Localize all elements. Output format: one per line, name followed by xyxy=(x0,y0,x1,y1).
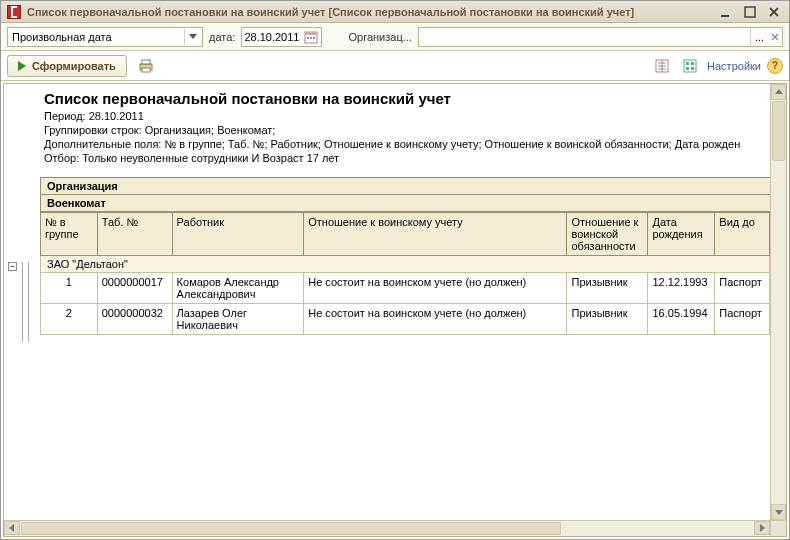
cell-rel1: Не состоит на воинском учете (но должен) xyxy=(304,273,567,304)
report-meta-fields: Дополнительные поля: № в группе; Таб. №;… xyxy=(44,137,766,151)
report-content: − Список первоначальной постановки на во… xyxy=(4,84,770,520)
cell-dob: 16.05.1994 xyxy=(648,304,715,335)
col-doc: Вид до xyxy=(715,213,770,256)
cell-doc: Паспорт xyxy=(715,273,770,304)
form-button[interactable]: Сформировать xyxy=(7,55,127,77)
cell-dob: 12.12.1993 xyxy=(648,273,715,304)
col-rel1: Отношение к воинскому учету xyxy=(304,213,567,256)
scroll-right-icon[interactable] xyxy=(754,521,770,535)
close-button[interactable] xyxy=(765,4,783,20)
tree-line xyxy=(22,262,23,342)
cell-rel2: Призывник xyxy=(567,304,648,335)
table-header-row: № в группе Таб. № Работник Отношение к в… xyxy=(41,213,770,256)
cell-doc: Паспорт xyxy=(715,304,770,335)
print-button[interactable] xyxy=(135,55,157,77)
date-label: дата: xyxy=(209,31,235,43)
date-input[interactable]: 28.10.2011 xyxy=(241,27,322,47)
col-n: № в группе xyxy=(41,213,98,256)
scroll-up-icon[interactable] xyxy=(771,84,786,100)
group-row[interactable]: ЗАО "Дельтаон" xyxy=(41,256,770,273)
band-organization: Организация xyxy=(40,177,770,195)
scroll-down-icon[interactable] xyxy=(771,504,786,520)
window: Список первоначальной постановки на воин… xyxy=(0,0,790,540)
period-dropdown-value: Произвольная дата xyxy=(12,31,112,43)
report-meta-period: Период: 28.10.2011 xyxy=(44,109,766,123)
form-button-label: Сформировать xyxy=(32,60,116,72)
report-meta-filter: Отбор: Только неуволенные сотрудники И В… xyxy=(44,151,766,165)
report-meta: Период: 28.10.2011 Группировки строк: Ор… xyxy=(40,109,770,171)
report-area: − Список первоначальной постановки на во… xyxy=(3,83,787,537)
svg-rect-6 xyxy=(313,37,315,39)
svg-rect-4 xyxy=(307,37,309,39)
period-dropdown[interactable]: Произвольная дата xyxy=(7,27,203,47)
org-input-container: ... xyxy=(418,27,783,47)
cell-rel2: Призывник xyxy=(567,273,648,304)
cell-n: 1 xyxy=(41,273,98,304)
help-button[interactable]: ? xyxy=(767,58,783,74)
window-title: Список первоначальной постановки на воин… xyxy=(27,6,711,18)
org-select-button[interactable]: ... xyxy=(750,28,768,46)
settings-link[interactable]: Настройки xyxy=(707,60,761,72)
scroll-h-thumb[interactable] xyxy=(21,522,561,535)
horizontal-scrollbar[interactable] xyxy=(4,520,770,536)
col-tab: Таб. № xyxy=(97,213,172,256)
play-icon xyxy=(18,61,26,71)
svg-rect-12 xyxy=(686,62,689,65)
svg-rect-15 xyxy=(691,67,694,70)
tree-line-2 xyxy=(28,262,29,342)
svg-rect-9 xyxy=(142,68,150,72)
svg-rect-1 xyxy=(745,7,755,17)
app-icon xyxy=(7,5,21,19)
svg-rect-11 xyxy=(684,60,696,72)
group-row-label: ЗАО "Дельтаон" xyxy=(41,256,770,273)
svg-rect-0 xyxy=(721,15,729,17)
svg-rect-13 xyxy=(691,62,694,65)
report-meta-groups: Группировки строк: Организация; Военкома… xyxy=(44,123,766,137)
col-worker: Работник xyxy=(172,213,304,256)
minimize-button[interactable] xyxy=(717,4,735,20)
org-input[interactable] xyxy=(419,28,750,46)
col-dob: Дата рождения xyxy=(648,213,715,256)
scroll-left-icon[interactable] xyxy=(4,521,20,535)
tree-gutter: − xyxy=(4,84,40,520)
scroll-v-thumb[interactable] xyxy=(772,101,785,161)
period-toolbar: Произвольная дата дата: 28.10.2011 Орган… xyxy=(1,23,789,51)
settings-icon-button[interactable] xyxy=(679,55,701,77)
report-title: Список первоначальной постановки на воин… xyxy=(40,84,770,109)
table-row[interactable]: 1 0000000017 Комаров Александр Александр… xyxy=(41,273,770,304)
col-rel2: Отношение к воинской обязанности xyxy=(567,213,648,256)
calendar-icon[interactable] xyxy=(303,29,319,45)
cell-worker: Лазарев Олег Николаевич xyxy=(172,304,304,335)
org-label: Организац... xyxy=(348,31,411,43)
titlebar: Список первоначальной постановки на воин… xyxy=(1,1,789,23)
cell-worker: Комаров Александр Александрович xyxy=(172,273,304,304)
scroll-corner xyxy=(770,520,786,536)
action-toolbar: Сформировать Настройки ? xyxy=(1,51,789,81)
sum-button[interactable] xyxy=(651,55,673,77)
maximize-button[interactable] xyxy=(741,4,759,20)
table-row[interactable]: 2 0000000032 Лазарев Олег Николаевич Не … xyxy=(41,304,770,335)
cell-tab: 0000000032 xyxy=(97,304,172,335)
svg-rect-8 xyxy=(142,60,150,64)
tree-toggle-1[interactable]: − xyxy=(8,262,17,271)
band-voenkomat: Военкомат xyxy=(40,195,770,212)
report-table: № в группе Таб. № Работник Отношение к в… xyxy=(40,212,770,335)
cell-tab: 0000000017 xyxy=(97,273,172,304)
org-clear-button[interactable] xyxy=(768,28,782,46)
svg-rect-14 xyxy=(686,67,689,70)
svg-rect-3 xyxy=(305,32,317,35)
chevron-down-icon[interactable] xyxy=(184,29,200,45)
vertical-scrollbar[interactable] xyxy=(770,84,786,520)
cell-n: 2 xyxy=(41,304,98,335)
date-value: 28.10.2011 xyxy=(244,31,299,43)
cell-rel1: Не состоит на воинском учете (но должен) xyxy=(304,304,567,335)
svg-rect-5 xyxy=(310,37,312,39)
